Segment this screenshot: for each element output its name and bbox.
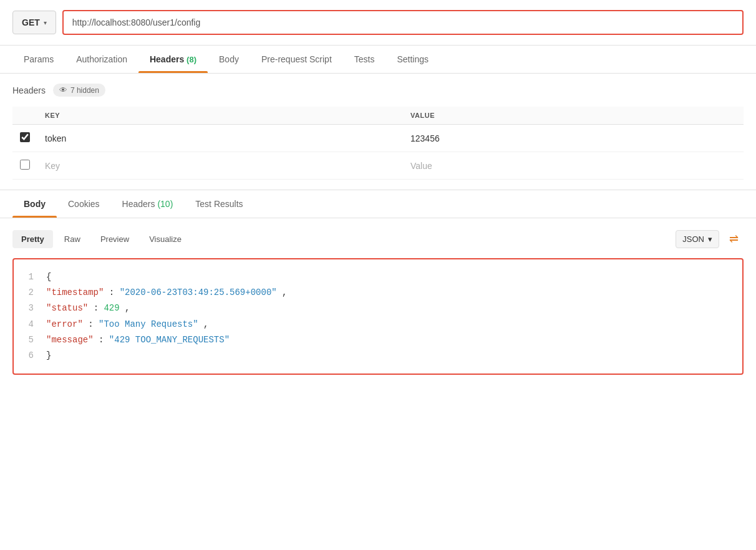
resp-headers-badge: (10) xyxy=(157,199,173,209)
resp-tab-cookies[interactable]: Cookies xyxy=(57,190,111,218)
resp-tab-testresults[interactable]: Test Results xyxy=(184,190,254,218)
response-tabs: Body Cookies Headers (10) Test Results xyxy=(0,190,756,218)
url-input[interactable] xyxy=(72,17,734,27)
line-number: 6 xyxy=(24,348,34,364)
code-line-4: 4 "error" : "Too Many Requests" , xyxy=(24,317,732,332)
format-chevron-icon: ▾ xyxy=(708,234,712,244)
tab-tests[interactable]: Tests xyxy=(343,46,386,73)
header-row-checkbox[interactable] xyxy=(20,132,30,142)
json-value: 429 xyxy=(104,303,119,313)
hidden-badge[interactable]: 👁 7 hidden xyxy=(53,84,105,97)
hidden-count: 7 hidden xyxy=(70,86,99,95)
line-number: 2 xyxy=(24,285,34,301)
eye-icon: 👁 xyxy=(59,85,67,95)
code-line-3: 3 "status" : 429 , xyxy=(24,301,732,316)
format-selector[interactable]: JSON ▾ xyxy=(676,230,719,248)
response-body-section: Pretty Raw Preview Visualize JSON ▾ ⇌ 1 … xyxy=(0,218,756,385)
json-key: "timestamp" xyxy=(46,287,104,297)
table-row: Key Value xyxy=(12,152,744,180)
request-tabs: Params Authorization Headers (8) Body Pr… xyxy=(0,46,756,74)
chevron-down-icon: ▾ xyxy=(44,19,47,26)
headers-table: KEY VALUE token 123456 xyxy=(12,107,744,180)
tab-headers[interactable]: Headers (8) xyxy=(138,46,208,73)
url-bar-section: GET ▾ xyxy=(0,0,756,46)
format-tab-visualize[interactable]: Visualize xyxy=(140,230,190,248)
header-key-placeholder[interactable]: Key xyxy=(37,152,403,180)
line-number: 4 xyxy=(24,317,34,332)
json-brace-open: { xyxy=(46,269,51,285)
format-tab-pretty[interactable]: Pretty xyxy=(12,230,53,248)
table-row: token 123456 xyxy=(12,125,744,152)
code-line-1: 1 { xyxy=(24,269,732,285)
code-line-2: 2 "timestamp" : "2020-06-23T03:49:25.569… xyxy=(24,285,732,301)
tab-body[interactable]: Body xyxy=(208,46,250,73)
headers-label-row: Headers 👁 7 hidden xyxy=(12,84,744,97)
code-line-6: 6 } xyxy=(24,348,732,364)
col-value: VALUE xyxy=(403,107,744,125)
body-toolbar: Pretty Raw Preview Visualize JSON ▾ ⇌ xyxy=(12,228,744,249)
json-key: "message" xyxy=(46,335,94,345)
row-checkbox-cell-empty xyxy=(12,152,37,180)
resp-tab-body[interactable]: Body xyxy=(12,190,57,218)
col-key: KEY xyxy=(37,107,403,125)
line-number: 1 xyxy=(24,269,34,285)
tab-params[interactable]: Params xyxy=(12,46,65,73)
header-value-placeholder[interactable]: Value xyxy=(403,152,744,180)
method-label: GET xyxy=(22,17,40,27)
line-number: 5 xyxy=(24,332,34,348)
json-key: "error" xyxy=(46,319,83,329)
format-tab-preview[interactable]: Preview xyxy=(92,230,138,248)
url-input-wrapper[interactable] xyxy=(62,10,744,35)
tab-settings[interactable]: Settings xyxy=(385,46,440,73)
row-checkbox-cell xyxy=(12,125,37,152)
json-value: "2020-06-23T03:49:25.569+0000" xyxy=(120,287,277,297)
tab-authorization[interactable]: Authorization xyxy=(65,46,138,73)
json-response-block: 1 { 2 "timestamp" : "2020-06-23T03:49:25… xyxy=(12,258,744,375)
json-brace-close: } xyxy=(46,348,51,364)
col-checkbox xyxy=(12,107,37,125)
header-key-cell: token xyxy=(37,125,403,152)
header-value-cell: 123456 xyxy=(403,125,744,152)
json-key: "status" xyxy=(46,303,88,313)
line-number: 3 xyxy=(24,301,34,316)
wrap-icon: ⇌ xyxy=(729,233,739,245)
method-selector[interactable]: GET ▾ xyxy=(12,11,56,34)
headers-section: Headers 👁 7 hidden KEY VALUE xyxy=(0,74,756,190)
json-value: "429 TOO_MANY_REQUESTS" xyxy=(109,335,230,345)
format-tab-raw[interactable]: Raw xyxy=(56,230,89,248)
json-value: "Too Many Requests" xyxy=(99,319,198,329)
headers-tab-badge: (8) xyxy=(187,55,196,64)
code-line-5: 5 "message" : "429 TOO_MANY_REQUESTS" xyxy=(24,332,732,348)
format-value: JSON xyxy=(682,234,704,244)
resp-tab-headers[interactable]: Headers (10) xyxy=(111,190,185,218)
tab-prerequest[interactable]: Pre-request Script xyxy=(250,46,343,73)
headers-label: Headers xyxy=(12,85,46,95)
format-select-wrapper: JSON ▾ ⇌ xyxy=(676,228,744,249)
header-row-checkbox-empty[interactable] xyxy=(20,160,30,170)
wrap-lines-button[interactable]: ⇌ xyxy=(724,228,744,249)
